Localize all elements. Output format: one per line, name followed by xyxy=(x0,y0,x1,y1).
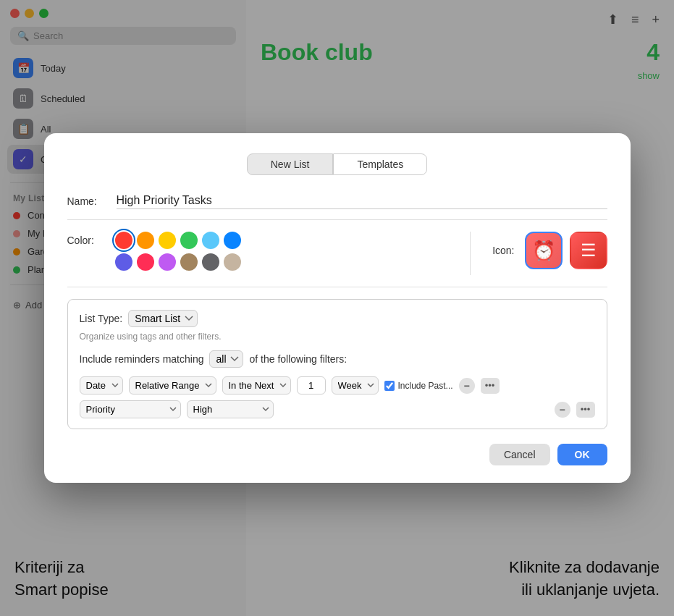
filter-field-priority[interactable]: Priority xyxy=(80,400,181,418)
tab-templates[interactable]: Templates xyxy=(333,153,427,175)
filter-condition-high[interactable]: High xyxy=(187,400,274,418)
icon-label: Icon: xyxy=(492,245,514,256)
color-yellow[interactable] xyxy=(159,232,176,249)
icon-clock[interactable]: ⏰ xyxy=(525,232,563,269)
icon-section: Icon: ⏰ ☰ xyxy=(492,232,607,269)
color-icon-row: Color: Color: xyxy=(67,232,607,275)
filter-field-date[interactable]: Date xyxy=(80,376,123,395)
list-type-label: List Type: xyxy=(80,313,123,324)
overlay: New List Templates Name: Color: xyxy=(0,0,674,616)
name-row: Name: xyxy=(67,193,607,209)
filter-more-btn-0[interactable]: ••• xyxy=(481,378,500,394)
color-section: Color: Color: xyxy=(67,232,449,275)
name-input[interactable] xyxy=(117,193,607,209)
filter-remove-btn-1[interactable]: − xyxy=(555,402,570,418)
modal-tabs: New List Templates xyxy=(67,153,607,175)
smart-desc: Organize using tags and other filters. xyxy=(80,332,595,342)
filter-condition-relrange[interactable]: Relative Range xyxy=(129,376,216,395)
smart-section: List Type: Smart List Organize using tag… xyxy=(67,299,607,429)
include-past-text: Include Past... xyxy=(398,381,453,391)
filter-header: Include reminders matching all of the fo… xyxy=(80,350,595,368)
name-label: Name: xyxy=(67,195,111,207)
color-lightblue[interactable] xyxy=(202,232,219,249)
filter-operator-inthenext[interactable]: In the Next xyxy=(222,376,291,395)
filter-row-date: Date Relative Range In the Next Week Inc xyxy=(80,376,595,395)
cancel-button[interactable]: Cancel xyxy=(489,444,550,465)
ok-button[interactable]: OK xyxy=(557,444,607,465)
color-icon-divider xyxy=(470,232,471,275)
color-label: Color: xyxy=(67,235,111,246)
list-type-row: List Type: Smart List xyxy=(80,310,595,327)
color-divider xyxy=(67,287,607,287)
list-type-select[interactable]: Smart List xyxy=(128,310,198,327)
color-red[interactable] xyxy=(115,232,132,249)
list-symbol: ☰ xyxy=(581,240,597,261)
filter-match-suffix: of the following filters: xyxy=(249,353,347,365)
color-brown[interactable] xyxy=(180,253,198,271)
include-past-checkbox[interactable] xyxy=(384,381,395,391)
color-pink[interactable] xyxy=(137,253,154,271)
color-purple[interactable] xyxy=(115,253,132,271)
clock-symbol: ⏰ xyxy=(532,240,555,262)
filter-match-select[interactable]: all xyxy=(209,350,243,368)
filter-match-label: Include reminders matching xyxy=(80,353,204,365)
filter-row-priority: Priority High − ••• xyxy=(80,400,595,418)
filter-more-btn-1[interactable]: ••• xyxy=(576,402,595,418)
color-gray[interactable] xyxy=(202,253,219,271)
filter-number-input[interactable] xyxy=(297,376,326,395)
filter-rows: Date Relative Range In the Next Week Inc xyxy=(80,376,595,418)
filter-remove-btn-0[interactable]: − xyxy=(459,378,475,394)
color-orange[interactable] xyxy=(137,232,154,249)
modal-dialog: New List Templates Name: Color: xyxy=(44,133,631,483)
color-blue[interactable] xyxy=(224,232,241,249)
icon-list[interactable]: ☰ xyxy=(570,232,607,269)
modal-footer: Cancel OK xyxy=(67,444,607,465)
filter-unit-week[interactable]: Week xyxy=(332,376,379,395)
color-green[interactable] xyxy=(180,232,198,249)
color-row-2: Color: xyxy=(67,253,449,271)
name-divider xyxy=(67,219,607,220)
color-tan[interactable] xyxy=(224,253,241,271)
color-violet[interactable] xyxy=(159,253,176,271)
color-label-row: Color: xyxy=(67,232,449,249)
tab-new-list[interactable]: New List xyxy=(247,153,334,175)
include-past-label[interactable]: Include Past... xyxy=(384,381,453,391)
